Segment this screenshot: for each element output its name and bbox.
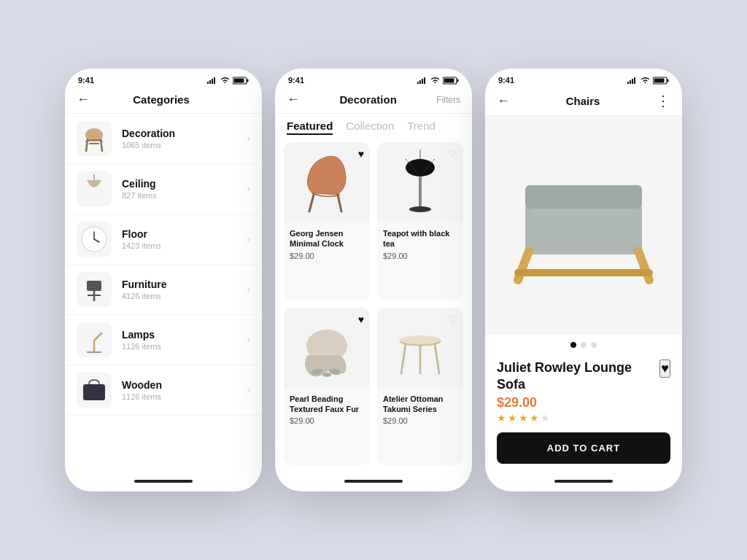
phone-categories: 9:41 (65, 69, 262, 491)
category-img-wooden (77, 373, 112, 408)
signal-icon-2 (417, 77, 427, 84)
category-img-furniture (77, 272, 112, 307)
product-card-1[interactable]: ♥ Georg Jensen Minimal Clock $29.00 (284, 142, 370, 300)
product-card-3[interactable]: ♥ Pearl Beading Textured Faux Fur $29.00 (284, 308, 370, 466)
detail-wishlist-button[interactable]: ♥ (659, 359, 670, 378)
wishlist-button-1[interactable]: ♥ (358, 148, 364, 160)
furniture-icon (81, 275, 107, 304)
category-count-decoration: 1065 items (122, 141, 247, 149)
category-name-ceiling: Ceiling (122, 178, 247, 190)
rating-stars: ★ ★ ★ ★ ★ (497, 412, 670, 424)
back-button-3[interactable]: ← (497, 93, 510, 109)
star-5: ★ (541, 412, 550, 424)
svg-rect-2 (212, 79, 213, 84)
back-button-2[interactable]: ← (287, 92, 300, 107)
back-button-1[interactable]: ← (77, 92, 90, 107)
dots-row (485, 335, 682, 352)
svg-rect-46 (667, 79, 669, 82)
arrow-icon-decoration: › (247, 133, 250, 144)
filter-button[interactable]: Filters (436, 95, 460, 105)
product-hero-image (485, 116, 682, 335)
category-name-furniture: Furniture (122, 279, 247, 290)
phone-product-detail: 9:41 (485, 69, 682, 491)
product-price-3: $29.00 (290, 416, 364, 425)
dot-3 (591, 342, 597, 348)
list-item[interactable]: Lamps 1126 items › (65, 315, 262, 365)
svg-rect-49 (525, 185, 642, 209)
product-img-2: ♡ (377, 142, 463, 222)
arrow-icon-lamps: › (247, 335, 250, 345)
category-info-floor: Floor 1423 items (122, 228, 247, 250)
product-info-3: Pearl Beading Textured Faux Fur $29.00 (284, 388, 370, 432)
chair-product-icon (298, 149, 356, 215)
product-grid: ♥ Georg Jensen Minimal Clock $29.00 (275, 142, 472, 474)
category-name-lamps: Lamps (122, 329, 247, 341)
product-card-4[interactable]: ♡ Atelier Ottoman Takumi Series $29.00 (377, 308, 463, 466)
category-info-wooden: Wooden 1126 items (122, 379, 247, 401)
category-img-ceiling (77, 171, 112, 206)
nav-bar-1: ← Categories (65, 88, 262, 113)
product-detail-price: $29.00 (497, 395, 670, 411)
clock-icon (80, 225, 109, 254)
svg-rect-23 (444, 78, 454, 82)
page-title-2: Decoration (339, 93, 396, 106)
wifi-icon (220, 77, 230, 84)
list-item[interactable]: Ceiling 827 items › (65, 164, 262, 214)
product-img-1: ♥ (284, 142, 370, 222)
add-to-cart-button[interactable]: ADD TO CART (497, 432, 670, 464)
product-info-1: Georg Jensen Minimal Clock $29.00 (284, 222, 370, 266)
home-indicator-2 (275, 474, 472, 491)
dot-2 (581, 342, 587, 348)
battery-icon (233, 77, 249, 85)
list-item[interactable]: Furniture 4126 items › (65, 265, 262, 315)
status-bar-1: 9:41 (65, 69, 262, 88)
svg-rect-42 (630, 80, 631, 84)
list-item[interactable]: Wooden 1126 items › (65, 365, 262, 416)
star-3: ★ (519, 412, 528, 424)
category-count-floor: 1423 items (122, 241, 247, 250)
svg-rect-0 (207, 82, 209, 84)
star-1: ★ (497, 412, 506, 424)
status-icons-1 (207, 77, 249, 85)
product-img-3: ♥ (284, 308, 370, 388)
scene: 9:41 (36, 39, 711, 521)
wishlist-button-4[interactable]: ♡ (448, 314, 457, 325)
battery-icon-2 (443, 77, 459, 85)
wishlist-button-2[interactable]: ♡ (448, 148, 457, 160)
arrow-icon-floor: › (247, 234, 250, 244)
wishlist-button-3[interactable]: ♥ (358, 314, 364, 325)
more-button[interactable]: ⋮ (656, 92, 670, 109)
category-info-furniture: Furniture 4126 items (122, 279, 247, 300)
star-2: ★ (508, 412, 517, 424)
home-indicator-3 (485, 474, 682, 491)
list-item[interactable]: Decoration 1065 items › (65, 114, 262, 164)
battery-icon-3 (653, 77, 669, 85)
arrow-icon-furniture: › (247, 284, 250, 295)
category-name-decoration: Decoration (122, 128, 247, 139)
status-bar-3: 9:41 (485, 69, 682, 88)
svg-point-35 (322, 373, 331, 377)
signal-icon (207, 77, 217, 84)
svg-rect-43 (632, 79, 633, 84)
category-img-lamps (77, 322, 112, 357)
table-icon (391, 315, 449, 381)
category-info-ceiling: Ceiling 827 items (122, 178, 247, 200)
svg-line-25 (338, 195, 341, 211)
product-name-1: Georg Jensen Minimal Clock (290, 228, 364, 249)
tab-trend[interactable]: Trend (407, 120, 436, 135)
time-1: 9:41 (78, 76, 94, 85)
product-info-2: Teapot with black tea $29.00 (377, 222, 463, 266)
category-name-wooden: Wooden (122, 379, 247, 391)
category-count-lamps: 1126 items (122, 342, 247, 351)
svg-point-28 (409, 206, 431, 212)
home-indicator-1 (65, 474, 262, 491)
tab-featured[interactable]: Featured (287, 120, 333, 135)
category-img-floor (77, 222, 112, 257)
product-card-2[interactable]: ♡ Teapot with black tea $29.00 (377, 142, 463, 300)
svg-rect-19 (422, 79, 423, 84)
nav-bar-2: ← Decoration Filters (275, 88, 472, 113)
list-item[interactable]: Floor 1423 items › (65, 214, 262, 265)
svg-rect-22 (457, 79, 459, 82)
svg-line-39 (435, 344, 439, 373)
tab-collection[interactable]: Collection (346, 120, 394, 135)
